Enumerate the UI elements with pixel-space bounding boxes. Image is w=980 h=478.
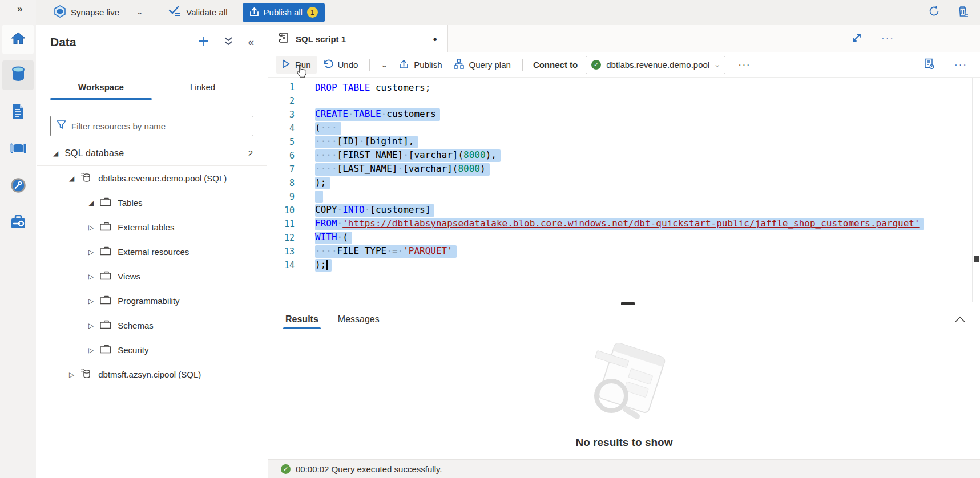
tree-item-label: External resources (118, 247, 189, 257)
chevron-down-icon[interactable]: ⌄ (136, 9, 143, 16)
filter-input[interactable] (71, 121, 247, 131)
folder-icon (100, 197, 111, 208)
tree-section-sql-database[interactable]: ◢ SQL database 2 (36, 141, 268, 165)
chevron-expanded-icon[interactable]: ◢ (88, 199, 94, 207)
toolbar-divider (369, 59, 370, 71)
sidebar-item-develop[interactable] (2, 98, 34, 128)
run-play-icon (282, 59, 290, 70)
toolbar-chevron-button[interactable]: ⌄ (376, 57, 393, 72)
tree-item-external-tables[interactable]: ▷External tables (36, 215, 268, 240)
publish-all-button[interactable]: Publish all 1 (243, 3, 325, 22)
publish-button[interactable]: Publish (393, 56, 447, 74)
collapse-all-icon[interactable] (224, 36, 233, 48)
folder-icon (100, 320, 111, 331)
splitter-handle[interactable] (621, 302, 635, 305)
code-text: FROM·'https://dbtlabsynapsedatalake.blob… (315, 218, 924, 230)
tree-item-views[interactable]: ▷Views (36, 264, 268, 289)
tree-item-schemas[interactable]: ▷Schemas (36, 313, 268, 338)
tab-linked[interactable]: Linked (152, 82, 253, 99)
expand-rail-button[interactable]: » (17, 3, 22, 15)
tab-results[interactable]: Results (283, 306, 321, 333)
chevron-collapsed-icon[interactable]: ▷ (88, 248, 94, 256)
run-button[interactable]: Run (276, 56, 317, 74)
line-number: 14 (268, 260, 295, 270)
editor-more-icon[interactable]: ··· (954, 59, 967, 71)
tree-item-dbtmsft-azsyn-cipool-sql[interactable]: ▷dbtmsft.azsyn.cipool (SQL) (36, 362, 268, 387)
tab-workspace[interactable]: Workspace (50, 82, 152, 99)
sql-pool-icon (80, 368, 92, 381)
connected-check-icon: ✓ (591, 60, 601, 70)
chevron-collapsed-icon[interactable]: ▷ (88, 224, 94, 232)
line-number: 2 (268, 96, 295, 106)
sidebar-item-home[interactable] (2, 25, 34, 54)
query-plan-button[interactable]: Query plan (448, 55, 517, 74)
collapse-results-icon[interactable] (955, 314, 965, 325)
tree-item-dbtlabs-revenue-demo-pool-sql[interactable]: ◢dbtlabs.revenue.demo.pool (SQL) (36, 166, 268, 191)
collapse-panel-icon[interactable]: « (248, 36, 254, 48)
panel-tabs: Workspace Linked (50, 82, 253, 99)
tree-item-tables[interactable]: ◢Tables (36, 191, 268, 215)
code-line-5[interactable]: 5····[ID]·[bigint], (268, 135, 980, 149)
tree-item-external-resources[interactable]: ▷External resources (36, 240, 268, 264)
tab-sql-script-1[interactable]: SQL script 1 ● (268, 25, 448, 52)
code-line-4[interactable]: 4(··· (268, 121, 980, 135)
filter-box[interactable] (50, 116, 253, 136)
tree-item-security[interactable]: ▷Security (36, 338, 268, 362)
scrollbar-thumb[interactable] (974, 256, 979, 262)
chevron-collapsed-icon[interactable]: ▷ (88, 273, 94, 281)
line-number: 12 (268, 233, 295, 243)
undo-button[interactable]: Undo (317, 56, 364, 74)
code-line-3[interactable]: 3CREATE·TABLE·customers (268, 108, 980, 121)
validate-all-button[interactable]: Validate all (168, 6, 227, 19)
code-line-1[interactable]: 1DROP TABLE customers; (268, 80, 980, 94)
results-splitter[interactable] (268, 302, 980, 306)
line-number: 11 (268, 219, 295, 229)
toolbar-more-icon[interactable]: ··· (738, 60, 751, 70)
sidebar-item-manage[interactable] (2, 208, 34, 238)
editor-scrollbar[interactable] (972, 78, 980, 302)
panel-title: Data (50, 35, 76, 49)
sidebar-item-integrate[interactable] (2, 135, 34, 164)
code-line-14[interactable]: 14); (268, 258, 980, 272)
sidebar-item-monitor[interactable] (2, 172, 34, 201)
code-line-10[interactable]: 10COPY·INTO·[customers] (268, 204, 980, 217)
tree-item-label: Programmability (118, 296, 179, 306)
undo-label: Undo (338, 60, 358, 70)
discard-trash-icon[interactable] (957, 5, 969, 20)
tree-section-count: 2 (248, 148, 253, 158)
properties-icon[interactable] (923, 58, 935, 71)
code-line-13[interactable]: 13····FILE_TYPE·=·'PARQUET' (268, 245, 980, 258)
gauge-icon (11, 178, 26, 195)
chevron-collapsed-icon[interactable]: ▷ (88, 322, 94, 330)
code-line-6[interactable]: 6····[FIRST_NAME]·[varchar](8000), (268, 149, 980, 163)
chevron-collapsed-icon[interactable]: ▷ (69, 371, 74, 379)
folder-icon (100, 246, 111, 257)
sidebar-item-data[interactable] (2, 60, 34, 90)
line-number: 13 (268, 246, 295, 257)
code-line-7[interactable]: 7····[LAST_NAME]·[varchar](8000) (268, 163, 980, 176)
tree-section-label: SQL database (64, 148, 124, 159)
tab-more-icon[interactable]: ··· (881, 33, 894, 44)
chevron-expanded-icon[interactable]: ◢ (53, 149, 58, 157)
tree-item-label: Schemas (118, 321, 154, 330)
line-number: 1 (268, 82, 295, 92)
chevron-collapsed-icon[interactable]: ▷ (88, 297, 94, 305)
mode-switcher[interactable]: Synapse live ⌄ (54, 5, 142, 20)
line-number: 4 (268, 123, 295, 133)
code-line-12[interactable]: 12WITH·( (268, 231, 980, 245)
line-number: 10 (268, 205, 295, 216)
tree-item-programmability[interactable]: ▷Programmability (36, 289, 268, 313)
code-line-8[interactable]: 8); (268, 176, 980, 190)
code-line-11[interactable]: 11FROM·'https://dbtlabsynapsedatalake.bl… (268, 217, 980, 231)
code-area[interactable]: 1DROP TABLE customers;23CREATE·TABLE·cus… (268, 78, 980, 302)
code-line-2[interactable]: 2 (268, 94, 980, 108)
expand-editor-icon[interactable] (852, 33, 862, 45)
chevron-collapsed-icon[interactable]: ▷ (88, 346, 94, 354)
refresh-icon[interactable] (928, 5, 940, 20)
sql-pool-icon (80, 172, 92, 185)
chevron-expanded-icon[interactable]: ◢ (69, 175, 74, 183)
add-resource-icon[interactable] (197, 35, 209, 49)
code-line-9[interactable]: 9 (268, 190, 980, 204)
tab-messages[interactable]: Messages (336, 306, 382, 333)
connect-to-dropdown[interactable]: ✓ dbtlabs.revenue.demo.pool ⌄ (586, 56, 725, 74)
